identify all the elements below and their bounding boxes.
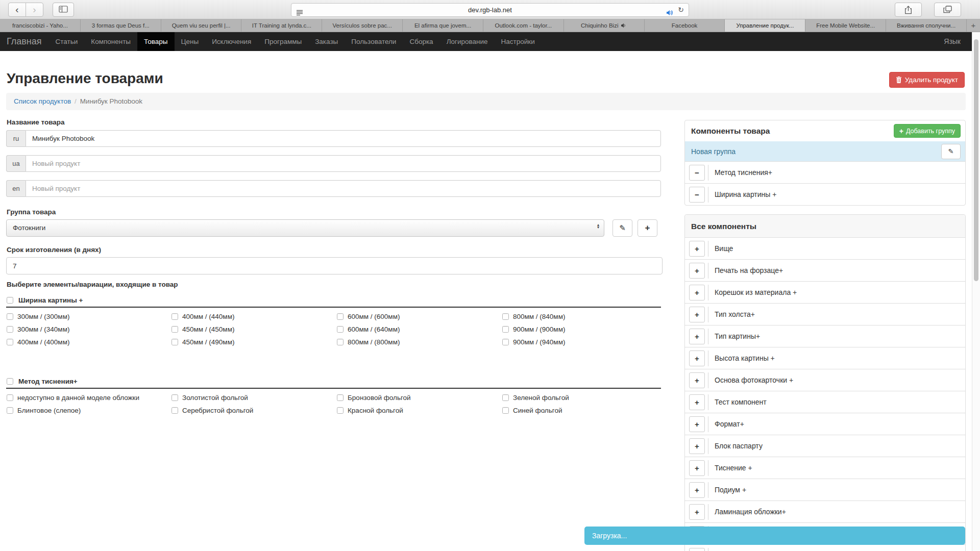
navbar-item[interactable]: Компоненты bbox=[84, 32, 137, 51]
add-component-button[interactable]: + bbox=[689, 438, 705, 454]
tab-audio-icon[interactable] bbox=[621, 23, 627, 28]
variation-option[interactable]: 600мм / (640мм) bbox=[337, 323, 502, 336]
reload-icon[interactable]: ↻ bbox=[678, 4, 684, 16]
browser-tab[interactable]: El afirma que jovem... bbox=[403, 19, 483, 32]
checkbox[interactable] bbox=[502, 407, 509, 414]
sidebar-toggle-button[interactable] bbox=[53, 3, 74, 17]
navbar-item[interactable]: Пользователи bbox=[345, 32, 403, 51]
variation-option[interactable]: 300мм / (300мм) bbox=[7, 310, 172, 323]
variation-option[interactable]: 400мм / (400мм) bbox=[7, 336, 172, 348]
checkbox[interactable] bbox=[337, 339, 344, 345]
browser-tab[interactable]: Free Mobile Website... bbox=[805, 19, 886, 32]
browser-tab[interactable]: franciscobizi - Yaho... bbox=[0, 19, 81, 32]
product-name-input-ru[interactable] bbox=[26, 130, 661, 147]
browser-tab[interactable]: Outlook.com - taylor... bbox=[483, 19, 564, 32]
scrollbar-thumb[interactable] bbox=[974, 39, 978, 281]
group-checkbox[interactable] bbox=[7, 378, 13, 385]
page-scrollbar[interactable] bbox=[972, 32, 980, 551]
variation-option[interactable]: Синей фольгой bbox=[502, 404, 662, 417]
add-component-button[interactable]: + bbox=[689, 482, 705, 498]
add-component-group-button[interactable]: + Добавить группу bbox=[894, 124, 961, 138]
forward-button[interactable]: › bbox=[26, 3, 43, 17]
browser-tab[interactable]: Вживання сполучни... bbox=[886, 19, 967, 32]
variation-option[interactable]: Зеленой фольгой bbox=[502, 391, 662, 404]
variation-option[interactable]: Красной фольгой bbox=[337, 404, 502, 417]
add-component-button[interactable]: + bbox=[689, 350, 705, 366]
add-component-button[interactable]: + bbox=[689, 416, 705, 432]
add-component-button[interactable]: + bbox=[689, 285, 705, 300]
checkbox[interactable] bbox=[502, 326, 509, 333]
navbar-item[interactable]: Логирование bbox=[440, 32, 495, 51]
add-group-button[interactable]: + bbox=[638, 219, 657, 237]
add-component-button[interactable]: + bbox=[689, 263, 705, 279]
variation-option[interactable]: 800мм / (840мм) bbox=[502, 310, 662, 323]
share-button[interactable] bbox=[895, 3, 922, 17]
edit-group-button[interactable]: ✎ bbox=[612, 219, 632, 237]
checkbox[interactable] bbox=[7, 394, 13, 401]
product-name-input-en[interactable] bbox=[26, 180, 661, 197]
variation-option[interactable]: 900мм / (900мм) bbox=[502, 323, 662, 336]
browser-tab[interactable]: Управление продук... bbox=[725, 19, 805, 32]
add-component-button[interactable]: + bbox=[689, 372, 705, 388]
checkbox[interactable] bbox=[7, 407, 13, 414]
product-group-select[interactable]: Фотокниги ▴▾ bbox=[6, 219, 604, 237]
navbar-item[interactable]: Товары bbox=[137, 32, 174, 51]
navbar-item[interactable]: Статьи bbox=[49, 32, 85, 51]
checkbox[interactable] bbox=[337, 394, 344, 401]
audio-mute-icon[interactable] bbox=[666, 7, 673, 20]
checkbox[interactable] bbox=[502, 313, 509, 320]
back-button[interactable]: ‹ bbox=[8, 3, 26, 17]
checkbox[interactable] bbox=[502, 394, 509, 401]
selected-group-row[interactable]: Новая группа ✎ bbox=[685, 141, 965, 161]
add-component-button[interactable]: + bbox=[689, 307, 705, 322]
reader-icon[interactable] bbox=[296, 7, 303, 20]
add-component-button[interactable]: + bbox=[689, 241, 705, 257]
navbar-item[interactable]: Сборка bbox=[403, 32, 439, 51]
checkbox[interactable] bbox=[337, 313, 344, 320]
navbar-item[interactable]: Настройки bbox=[495, 32, 542, 51]
checkbox[interactable] bbox=[7, 339, 13, 345]
variation-option[interactable]: 450мм / (490мм) bbox=[172, 336, 337, 348]
checkbox[interactable] bbox=[7, 313, 13, 320]
variation-option[interactable]: Золотистой фольгой bbox=[172, 391, 337, 404]
add-component-button[interactable]: + bbox=[689, 548, 705, 551]
browser-tab[interactable]: Quem viu seu perfil |... bbox=[161, 19, 242, 32]
checkbox[interactable] bbox=[7, 326, 13, 333]
browser-tab[interactable]: Chiquinho Bizi bbox=[564, 19, 645, 32]
browser-tab[interactable]: IT Training at lynda.c... bbox=[241, 19, 322, 32]
navbar-item[interactable]: Цены bbox=[175, 32, 206, 51]
variation-option[interactable]: 450мм / (450мм) bbox=[172, 323, 337, 336]
variation-option[interactable]: 900мм / (940мм) bbox=[502, 336, 662, 348]
address-bar[interactable]: dev.rgb-lab.net ↻ bbox=[291, 3, 689, 17]
add-component-button[interactable]: + bbox=[689, 329, 705, 344]
navbar-item[interactable]: Программы bbox=[258, 32, 308, 51]
variation-option[interactable]: 400мм / (440мм) bbox=[172, 310, 337, 323]
add-component-button[interactable]: + bbox=[689, 394, 705, 410]
edit-selected-group-button[interactable]: ✎ bbox=[941, 144, 961, 159]
checkbox[interactable] bbox=[337, 407, 344, 414]
remove-component-button[interactable]: − bbox=[689, 187, 705, 203]
breadcrumb-products-link[interactable]: Список продуктов bbox=[14, 97, 71, 105]
checkbox[interactable] bbox=[172, 326, 178, 333]
browser-tab[interactable]: 3 formas que Deus f... bbox=[81, 19, 161, 32]
group-checkbox[interactable] bbox=[7, 297, 13, 304]
add-component-button[interactable]: + bbox=[689, 504, 705, 520]
product-name-input-ua[interactable] bbox=[26, 155, 661, 172]
variation-option[interactable]: Блинтовое (слепое) bbox=[7, 404, 172, 417]
variation-option[interactable]: 600мм / (600мм) bbox=[337, 310, 502, 323]
navbar-item[interactable]: Заказы bbox=[308, 32, 345, 51]
variation-option[interactable]: Бронзовой фольгой bbox=[337, 391, 502, 404]
variation-option[interactable]: Серебристой фольгой bbox=[172, 404, 337, 417]
variation-option[interactable]: недоступно в данной моделе обложки bbox=[7, 391, 172, 404]
variation-option[interactable]: 300мм / (340мм) bbox=[7, 323, 172, 336]
navbar-brand[interactable]: Главная bbox=[0, 32, 49, 51]
checkbox[interactable] bbox=[337, 326, 344, 333]
production-time-input[interactable] bbox=[6, 257, 663, 274]
browser-tab[interactable]: Facebook bbox=[645, 19, 725, 32]
variation-option[interactable]: 800мм / (800мм) bbox=[337, 336, 502, 348]
navbar-item[interactable]: Исключения bbox=[205, 32, 258, 51]
delete-product-button[interactable]: Удалить продукт bbox=[889, 72, 965, 88]
tab-overview-button[interactable] bbox=[934, 3, 961, 17]
browser-tab[interactable]: Versículos sobre pac... bbox=[322, 19, 403, 32]
add-component-button[interactable]: + bbox=[689, 460, 705, 476]
